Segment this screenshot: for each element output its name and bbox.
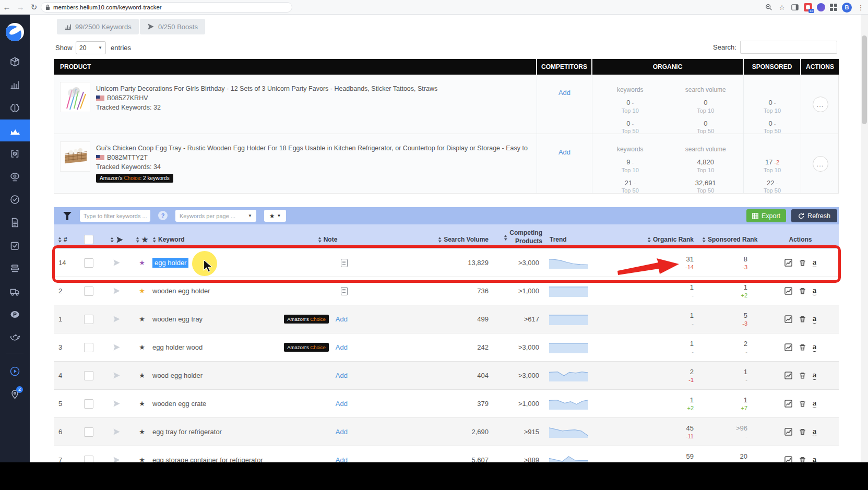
chart-action-icon[interactable] xyxy=(784,372,792,379)
search-input[interactable] xyxy=(740,41,837,54)
help-icon[interactable]: ? xyxy=(158,211,168,220)
chart-action-icon[interactable] xyxy=(784,428,792,436)
keyword-text[interactable]: wooden egg crate xyxy=(152,400,206,408)
row-checkbox[interactable] xyxy=(84,427,93,437)
sidebar-item-black-box[interactable] xyxy=(0,51,30,73)
row-checkbox[interactable] xyxy=(84,258,93,268)
chart-action-icon[interactable] xyxy=(784,400,792,408)
star-icon[interactable]: ★ xyxy=(139,400,145,408)
back-button[interactable]: ← xyxy=(0,3,14,11)
row-checkbox[interactable] xyxy=(84,286,93,296)
add-note-link[interactable]: Add xyxy=(336,315,348,323)
star-filter-dropdown[interactable]: ★ ▼ xyxy=(264,210,286,222)
delete-trash-icon[interactable] xyxy=(799,400,806,408)
row-checkbox[interactable] xyxy=(84,315,93,324)
helium10-extension-icon[interactable]: 10 xyxy=(804,3,812,11)
amazon-link-icon[interactable]: a xyxy=(813,399,817,408)
sidebar-item-genie-lamp[interactable] xyxy=(0,326,30,348)
product-actions-menu-button[interactable]: ... xyxy=(813,97,828,112)
entries-select[interactable]: 20 ▼ xyxy=(76,41,106,54)
filter-icon[interactable] xyxy=(63,212,72,217)
sidebar-item-checklist[interactable] xyxy=(0,234,30,256)
page-scrollbar[interactable] xyxy=(861,15,868,462)
star-icon[interactable]: ★ xyxy=(139,343,145,351)
keyword-filter-input[interactable] xyxy=(80,210,150,222)
browser-menu-icon[interactable]: ⋮ xyxy=(857,4,865,11)
keyword-text[interactable]: wooden egg tray xyxy=(152,315,203,323)
sidebar-item-pinned[interactable]: 2 xyxy=(0,383,30,405)
add-competitor-link[interactable]: Add xyxy=(558,148,570,156)
add-note-link[interactable]: Add xyxy=(336,428,348,436)
note-icon[interactable] xyxy=(341,259,348,267)
boost-rocket-icon[interactable] xyxy=(113,315,121,323)
refresh-button[interactable]: Refresh xyxy=(791,209,837,222)
delete-trash-icon[interactable] xyxy=(799,259,806,267)
sidebar-item-index-checker[interactable] xyxy=(0,142,30,164)
sidebar-item-alerts[interactable] xyxy=(0,165,30,187)
select-all-checkbox[interactable] xyxy=(84,235,93,244)
boost-rocket-icon[interactable] xyxy=(113,400,121,408)
keyword-text[interactable]: egg holder wood xyxy=(152,343,203,351)
keyword-text[interactable]: egg tray for refrigerator xyxy=(152,428,222,436)
add-competitor-link[interactable]: Add xyxy=(558,89,570,97)
delete-trash-icon[interactable] xyxy=(799,287,806,295)
star-icon[interactable]: ★ xyxy=(139,315,145,323)
product-title[interactable]: Gui's Chicken Coop Egg Tray - Rustic Woo… xyxy=(96,145,529,152)
sidebar-item-follow-up[interactable] xyxy=(0,280,30,302)
sidebar-item-trendster[interactable] xyxy=(0,74,30,95)
boost-rocket-icon[interactable] xyxy=(113,372,121,379)
amazon-link-icon[interactable]: a xyxy=(813,371,817,380)
delete-trash-icon[interactable] xyxy=(799,343,806,351)
column-header-select[interactable] xyxy=(76,224,102,248)
sidebar-item-listings[interactable] xyxy=(0,211,30,233)
boosts-usage-pill[interactable]: 0/250 Boosts xyxy=(140,19,205,34)
column-header-sponsored-rank[interactable]: Sponsored Rank xyxy=(702,224,762,248)
boost-rocket-icon[interactable] xyxy=(113,287,121,295)
product-asin[interactable]: B082MTTY2T xyxy=(107,154,148,161)
add-note-link[interactable]: Add xyxy=(336,400,348,408)
star-icon[interactable]: ★ xyxy=(139,287,145,295)
extension-icon[interactable] xyxy=(817,3,825,11)
sidebar-item-verified[interactable] xyxy=(0,188,30,210)
sidebar-item-frankenstein[interactable] xyxy=(0,257,30,279)
scrollbar-thumb[interactable] xyxy=(862,35,867,124)
column-header-organic-rank[interactable]: Organic Rank xyxy=(595,224,702,248)
amazon-link-icon[interactable]: a xyxy=(813,315,817,324)
chart-action-icon[interactable] xyxy=(784,315,792,323)
add-note-link[interactable]: Add xyxy=(336,372,348,379)
keyword-text[interactable]: wood egg holder xyxy=(152,372,203,379)
sidebar-item-profits[interactable] xyxy=(0,303,30,325)
actions-header[interactable]: ACTIONS xyxy=(800,59,839,75)
delete-trash-icon[interactable] xyxy=(799,428,806,436)
row-checkbox[interactable] xyxy=(84,371,93,380)
reload-button[interactable]: ↻ xyxy=(27,3,41,12)
product-asin[interactable]: B085Z7KRHV xyxy=(107,94,148,102)
chart-action-icon[interactable] xyxy=(784,343,792,351)
chart-action-icon[interactable] xyxy=(784,287,792,295)
sidebar-item-magnet-iq[interactable] xyxy=(0,97,30,118)
amazon-link-icon[interactable]: a xyxy=(813,427,817,436)
side-panel-icon[interactable] xyxy=(791,4,799,11)
zoom-icon[interactable] xyxy=(765,4,773,11)
sponsored-header[interactable]: SPONSORED xyxy=(743,59,800,75)
profile-avatar[interactable]: B xyxy=(842,3,852,13)
keyword-text[interactable]: wooden egg holder xyxy=(152,287,210,295)
forward-button[interactable]: → xyxy=(14,3,27,11)
organic-header[interactable]: ORGANIC xyxy=(591,59,743,75)
boost-rocket-icon[interactable] xyxy=(113,428,121,436)
address-bar[interactable]: members.helium10.com/keyword-tracker xyxy=(41,2,292,13)
product-header[interactable]: PRODUCT xyxy=(54,59,536,75)
boost-rocket-icon[interactable] xyxy=(113,343,121,351)
keyword-text[interactable]: egg holder xyxy=(152,258,188,268)
delete-trash-icon[interactable] xyxy=(799,315,806,323)
apps-grid-icon[interactable] xyxy=(830,4,837,11)
column-header-star[interactable]: ★ xyxy=(132,224,152,248)
keywords-usage-pill[interactable]: 99/2500 Keywords xyxy=(57,19,139,34)
product-actions-menu-button[interactable]: ... xyxy=(813,156,828,172)
star-icon[interactable]: ★ xyxy=(139,259,145,267)
star-icon[interactable]: ★ xyxy=(139,372,145,379)
sidebar-item-keyword-tracker[interactable] xyxy=(0,119,30,141)
delete-trash-icon[interactable] xyxy=(799,372,806,379)
amazon-link-icon[interactable]: a xyxy=(813,258,817,267)
star-icon[interactable]: ★ xyxy=(139,428,145,436)
